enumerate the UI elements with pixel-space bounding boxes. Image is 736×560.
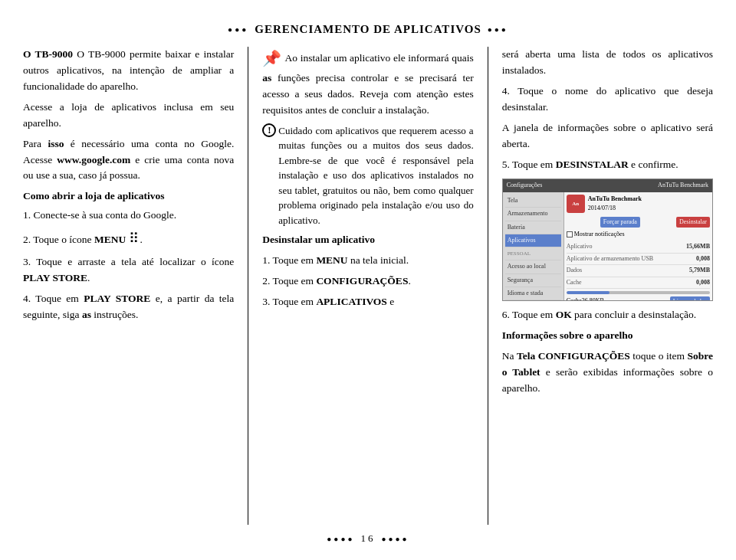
col1-p2: Acesse a loja de aplicativos inclusa em … xyxy=(23,100,234,132)
col1-menu-label: MENU xyxy=(94,234,126,245)
col2-install-para: 📌Ao instalar um aplicativo ele informará… xyxy=(262,47,473,119)
col1-step2: 2. Toque o ícone MENU ⠿. xyxy=(23,228,234,250)
col1-p1: O TB-9000 O TB-9000 permite baixar e ins… xyxy=(23,47,234,95)
ss-app-icon: An xyxy=(567,195,585,213)
ss-row-val-dados: 5,79MB xyxy=(689,266,710,275)
ss-checkbox-label: Mostrar notificações xyxy=(574,230,625,239)
header-dots-left: ●●● xyxy=(228,25,248,34)
col2-desinstalar-heading: Desinstalar um aplicativo xyxy=(262,232,473,248)
col3-p3: Na Tela CONFIGURAÇÕES toque o item Sobre… xyxy=(502,349,713,397)
divider-2 xyxy=(488,47,488,525)
ss-app-info: AnTuTu Benchmark 2014/07/18 xyxy=(588,195,642,214)
ss-row-val-armazenamento: 0,008 xyxy=(696,254,710,264)
ss-row-aplicativo: Aplicativo 15,66MB xyxy=(567,241,710,253)
ss-btn-clear[interactable]: Limpar dados xyxy=(670,296,710,301)
divider-1 xyxy=(248,47,248,525)
col1-p3: Para isso é necessário uma conta no Goog… xyxy=(23,136,234,185)
page-header: ●●● GERENCIAMENTO DE APLICATIVOS ●●● xyxy=(23,23,713,36)
col2-aplic: APLICATIVOS xyxy=(316,296,387,307)
page: ●●● GERENCIAMENTO DE APLICATIVOS ●●● O T… xyxy=(0,0,736,560)
col3-p1: será aberta uma lista de todos os aplica… xyxy=(502,47,713,79)
ss-main: An AnTuTu Benchmark 2014/07/18 Forçar pa… xyxy=(564,192,712,302)
ss-checkbox-row: Mostrar notificações xyxy=(567,230,710,239)
col3-step5: 5. Toque em DESINSTALAR e confirme. xyxy=(502,157,713,173)
ss-btn-desinstall[interactable]: Desinstalar xyxy=(676,217,710,228)
footer-dots-right: ●●●● xyxy=(382,535,409,543)
ss-sidebar-aplicativos: Aplicativos xyxy=(505,234,561,247)
col1-playstore2: PLAY STORE xyxy=(84,293,150,304)
ss-row-cache: Cache 0,008 xyxy=(567,277,710,289)
column-3: será aberta uma lista de todos os aplica… xyxy=(502,47,713,525)
ss-row-label-armazenamento: Aplicativo de armazenamento USB xyxy=(567,254,654,264)
ss-row-dados: Dados 5,79MB xyxy=(567,265,710,277)
ss-row-armazenamento-usb: Aplicativo de armazenamento USB 0,008 xyxy=(567,254,710,265)
col1-bold-tb: O TB-9000 xyxy=(23,48,73,60)
ss-header-right: AnTuTu Benchmark xyxy=(658,181,708,190)
col3-p2: A janela de informações sobre o aplicati… xyxy=(502,120,713,152)
warning-icon: ! xyxy=(262,123,276,137)
ss-header: Configurações AnTuTu Benchmark xyxy=(503,179,712,192)
ss-row-val-aplicativo: 15,66MB xyxy=(686,242,710,251)
ss-cache-val: 36,80KB xyxy=(582,296,604,301)
col2-config: CONFIGURA­ÇÕES xyxy=(316,275,408,287)
ss-header-left: Configurações xyxy=(507,181,543,190)
ss-sidebar: Tela Armazenamento Bateria Aplicativos P… xyxy=(503,192,564,302)
ss-cache-row: Cache 36,80KB Limpar dados xyxy=(567,296,710,301)
col3-ok: OK xyxy=(556,309,572,320)
ss-storage-fill xyxy=(567,291,610,294)
ss-app-date: 2014/07/18 xyxy=(588,204,642,213)
col1-menu-icon: ⠿ xyxy=(129,231,140,246)
footer: ●●●● 16 ●●●● xyxy=(23,532,713,545)
footer-dots-left: ●●●● xyxy=(327,535,354,543)
screenshot: Configurações AnTuTu Benchmark Tela Arma… xyxy=(502,178,713,301)
ss-app-header: An AnTuTu Benchmark 2014/07/18 xyxy=(567,195,710,214)
col2-des-step1: 1. Toque em MENU na tela inicial. xyxy=(262,253,473,269)
col3-desinstalar: DESINSTALAR xyxy=(556,159,629,170)
col3-step6: 6. Toque em OK para concluir a desinstal… xyxy=(502,307,713,323)
col1-isso: isso xyxy=(48,138,64,149)
ss-body: Tela Armazenamento Bateria Aplicativos P… xyxy=(503,192,712,302)
footer-page-number: 16 xyxy=(361,532,376,545)
ss-sidebar-bateria: Bateria xyxy=(505,221,561,234)
col2-des-step2: 2. Toque em CONFIGURA­ÇÕES. xyxy=(262,273,473,290)
ss-sidebar-acesso: Acesso ao local xyxy=(505,260,561,273)
col2-as: as xyxy=(262,72,271,84)
pin-icon: 📌 xyxy=(262,50,281,67)
col2-des-step3: 3. Toque em APLICATIVOS e xyxy=(262,294,473,310)
col1-step4: 4. Toque em PLAY STORE e, a partir da te… xyxy=(23,291,234,323)
warning-block: ! Cuidado com aplicativos que requerem a… xyxy=(262,123,473,228)
ss-row-label-aplicativo: Aplicativo xyxy=(567,242,593,251)
col3-step4: 4. Toque o nome do aplicativo que deseja… xyxy=(502,84,713,116)
col1-as: as xyxy=(82,309,91,320)
ss-btn-force[interactable]: Forçar parada xyxy=(600,217,640,228)
column-1: O TB-9000 O TB-9000 permite baixar e ins… xyxy=(23,47,234,525)
screenshot-inner: Configurações AnTuTu Benchmark Tela Arma… xyxy=(503,179,712,300)
ss-app-name: AnTuTu Benchmark xyxy=(588,195,642,204)
ss-row-label-cache: Cache xyxy=(567,278,582,287)
ss-btn-row: Forçar parada Desinstalar xyxy=(567,217,710,228)
col1-step3: 3. Toque e arraste a tela até localizar … xyxy=(23,254,234,287)
ss-sidebar-seguranca: Segurança xyxy=(505,274,561,287)
page-title: GERENCIAMENTO DE APLICATIVOS xyxy=(255,23,481,36)
col1-step1: 1. Conecte-se à sua conta do Google. xyxy=(23,208,234,224)
ss-sidebar-backup: Fazer backup e redefinir xyxy=(505,300,561,301)
ss-sidebar-armazenamento: Armazenamento xyxy=(505,208,561,221)
col2-menu: MENU xyxy=(316,254,347,266)
ss-sidebar-tela: Tela xyxy=(505,195,561,208)
warning-text: Cuidado com aplicativos que requerem ace… xyxy=(278,123,473,228)
ss-sidebar-pessoal: PESSOAL xyxy=(505,247,561,260)
header-dots-right: ●●● xyxy=(488,25,508,34)
column-2: 📌Ao instalar um aplicativo ele informará… xyxy=(262,47,473,525)
ss-row-label-dados: Dados xyxy=(567,266,582,275)
col1-playstore: PLAY STORE xyxy=(23,272,87,283)
ss-sidebar-idioma: Idioma e stada xyxy=(505,287,561,300)
ss-checkbox[interactable] xyxy=(567,231,573,237)
col3-info-bold: Informações sobre o aparelho xyxy=(502,329,633,341)
ss-storage-bar xyxy=(567,291,710,294)
col1-google: www.google.com xyxy=(57,154,130,165)
col1-heading: Como abrir a loja de aplica­tivos xyxy=(23,188,234,205)
content-area: O TB-9000 O TB-9000 permite baixar e ins… xyxy=(23,47,713,525)
col3-heading-info: Informações sobre o aparelho xyxy=(502,328,713,344)
col3-tela: Tela CONFIGURAÇÕES xyxy=(517,350,630,362)
ss-row-val-cache: 0,008 xyxy=(696,278,710,287)
